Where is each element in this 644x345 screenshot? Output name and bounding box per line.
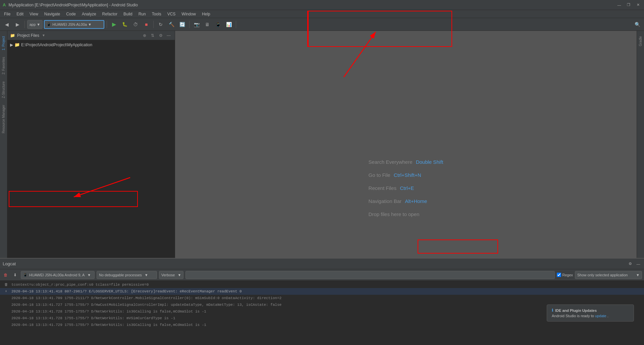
toolbar-sep-3 <box>153 21 154 28</box>
ide-update-notification: ℹ IDE and Plugin Updates Android Studio … <box>547 304 634 322</box>
update-body-text: Android Studio is ready to <box>552 314 594 318</box>
sidebar-tab-project[interactable]: 1: Project <box>1 33 6 53</box>
menu-tools[interactable]: Tools <box>149 11 164 17</box>
stop-button[interactable]: ■ <box>142 20 151 29</box>
update-body: Android Studio is ready to update . <box>552 314 629 318</box>
log-line: 2020-04-18 13:13:41.729 1755-1755/? D/Ne… <box>0 322 644 328</box>
app-icon: A <box>3 2 6 7</box>
hint-recent-shortcut: Ctrl+E <box>400 185 414 191</box>
tree-root[interactable]: ▶ 📁 E:\Project\AndroidProject\MyApplicat… <box>9 42 173 48</box>
logcat-hide-button[interactable]: — <box>635 261 641 267</box>
log-text-2: 2020-04-18 13:13:41.709 1755-2111/? D/Ne… <box>11 295 281 301</box>
menu-help[interactable]: Help <box>199 11 213 17</box>
restore-button[interactable]: ❐ <box>625 2 632 8</box>
debug-button[interactable]: 🐛 <box>120 20 129 29</box>
logcat-clear-button[interactable]: 🗑 <box>2 271 9 279</box>
show-only-dropdown[interactable]: Show only selected application ▼ <box>575 271 642 279</box>
forward-button[interactable]: ▶ <box>13 20 22 29</box>
main-container: 1: Project 2: Favorites Z-Structure Reso… <box>0 31 644 345</box>
hint-drop-text: Drop files here to open <box>369 211 420 217</box>
sidebar-tab-favorites[interactable]: 2: Favorites <box>1 54 6 77</box>
logcat-device-arrow: ▼ <box>87 273 91 277</box>
hint-navbar-shortcut: Alt+Home <box>405 198 427 204</box>
app-dropdown[interactable]: app ▼ <box>27 20 43 29</box>
sidebar-tab-resource[interactable]: Resource Manager <box>1 102 6 136</box>
hint-navbar-text: Navigation Bar <box>369 198 401 204</box>
toolbar: ◀ ▶ app ▼ 📱 HUAWEI JSN-AL00a ▼ ▶ 🐛 ⏱ ■ ↻… <box>0 18 644 31</box>
update-link[interactable]: update <box>595 314 606 318</box>
device-dropdown[interactable]: 📱 HUAWEI JSN-AL00a ▼ <box>44 20 104 29</box>
info-icon: ℹ <box>552 308 553 313</box>
menu-run[interactable]: Run <box>136 11 149 17</box>
regex-checkbox[interactable] <box>557 273 561 277</box>
menu-edit[interactable]: Edit <box>14 11 26 17</box>
hint-search-shortcut: Double Shift <box>416 159 443 165</box>
logcat-settings-button[interactable]: ⚙ <box>627 261 633 267</box>
logcat-toolbar: 🗑 ⬇ 📱 HUAWEI JSN-AL00a Android 9, A ▼ No… <box>0 269 644 281</box>
toolbar-sep-1 <box>24 21 25 28</box>
hint-search: Search Everywhere Double Shift <box>369 159 443 165</box>
logcat-device-label: HUAWEI JSN-AL00a Android 9, A <box>29 273 85 277</box>
collapse-button[interactable]: ⇅ <box>149 32 156 39</box>
menu-view[interactable]: View <box>27 11 41 17</box>
close-button[interactable]: ✕ <box>635 2 641 8</box>
terminal-button[interactable]: 🖥 <box>203 20 212 29</box>
minimize-button[interactable]: — <box>616 2 623 8</box>
menu-window[interactable]: Window <box>179 11 199 17</box>
logcat-verbose-label: Verbose <box>161 273 175 277</box>
logcat-device-dropdown[interactable]: 📱 HUAWEI JSN-AL00a Android 9, A ▼ <box>21 271 95 279</box>
log-line: 🗑 tcontext=u:object_r:proc_pipe_conf:s0 … <box>0 281 644 288</box>
device-dropdown-arrow: ▼ <box>88 22 92 26</box>
project-files-label: Project Files <box>17 33 39 38</box>
profiler-button[interactable]: 📊 <box>224 20 233 29</box>
build-button[interactable]: 🔨 <box>167 20 176 29</box>
logcat-header-actions: ⚙ — <box>627 261 641 267</box>
window-title: MyApplication [E:\Project\AndroidProject… <box>8 3 138 7</box>
hint-goto-text: Go to File <box>369 172 390 178</box>
sidebar-tab-zstructure[interactable]: Z-Structure <box>1 79 6 101</box>
back-button[interactable]: ◀ <box>2 20 11 29</box>
settings-button[interactable]: ⚙ <box>157 32 164 39</box>
hint-goto: Go to File Ctrl+Shift+N <box>369 172 421 178</box>
hint-recent-text: Recent Files <box>369 185 396 191</box>
search-everywhere-button[interactable]: 🔍 <box>633 20 642 29</box>
app-dropdown-arrow: ▼ <box>37 22 40 26</box>
logcat-search-input[interactable] <box>185 271 555 279</box>
regex-label: Regex <box>562 273 573 277</box>
profile-button[interactable]: ⏱ <box>131 20 140 29</box>
sidebar-tab-gradle[interactable]: Gradle <box>638 33 643 49</box>
root-path: E:\Project\AndroidProject\MyApplication <box>21 43 92 47</box>
locate-button[interactable]: ⊕ <box>141 32 148 39</box>
device-icon: 📱 <box>23 273 27 277</box>
sync-button[interactable]: ↻ <box>156 20 165 29</box>
logcat-scroll-button[interactable]: ⬇ <box>11 271 19 279</box>
menu-refactor[interactable]: Refactor <box>100 11 120 17</box>
log-line: ⬇ 2020-04-18 13:13:41.418 807-2961/? E/L… <box>0 288 644 295</box>
log-text-6: 2020-04-18 13:13:41.729 1755-1755/? D/Ne… <box>11 322 206 328</box>
hint-goto-shortcut: Ctrl+Shift+N <box>394 172 421 178</box>
hint-search-text: Search Everywhere <box>369 159 413 165</box>
log-text-4: 2020-04-18 13:13:41.728 1755-1755/? D/Ne… <box>11 308 206 315</box>
logcat-verbose-dropdown[interactable]: Verbose ▼ <box>159 271 183 279</box>
hide-button[interactable]: — <box>165 32 172 39</box>
capture-button[interactable]: 📷 <box>192 20 201 29</box>
expand-icon: ▶ <box>10 43 13 47</box>
regex-checkbox-label[interactable]: Regex <box>557 273 573 277</box>
logcat-title: Logcat <box>3 261 16 266</box>
menu-vcs[interactable]: VCS <box>165 11 178 17</box>
menu-file[interactable]: File <box>1 11 13 17</box>
menu-navigate[interactable]: Navigate <box>42 11 63 17</box>
update-title-text: IDE and Plugin Updates <box>555 308 597 313</box>
log-text-3: 2020-04-18 13:13:41.727 1755-1755/? D/Hw… <box>11 302 281 308</box>
log-clear-icon: 🗑 <box>3 282 9 288</box>
menu-build[interactable]: Build <box>121 11 135 17</box>
gradle-sync-button[interactable]: 🔄 <box>177 20 187 29</box>
menu-code[interactable]: Code <box>63 11 78 17</box>
logcat-processes-dropdown[interactable]: No debuggable processes ▼ <box>97 271 157 279</box>
run-button[interactable]: ▶ <box>109 20 119 29</box>
menu-analyze[interactable]: Analyze <box>79 11 99 17</box>
window-controls: — ❐ ✕ <box>616 2 641 8</box>
device-manager-button[interactable]: 📱 <box>213 20 223 29</box>
logcat-processes-arrow: ▼ <box>145 273 148 277</box>
app-label: app <box>30 22 36 26</box>
